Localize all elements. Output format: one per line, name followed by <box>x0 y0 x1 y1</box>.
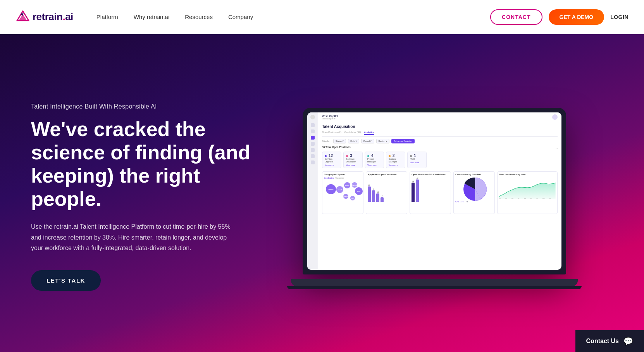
tab-candidates[interactable]: Candidates (34) <box>344 130 361 135</box>
pie-svg <box>463 178 487 201</box>
bar-chart-vs: 34 42 <box>412 177 449 202</box>
nav-why[interactable]: Why retrain.ai <box>134 14 170 20</box>
geo-cand: Candidates <box>324 177 334 179</box>
screen-avatar <box>552 114 558 120</box>
vs-group-2: 42 <box>416 177 419 202</box>
sidebar-icon-2 <box>311 129 315 133</box>
filter-region[interactable]: Region ∨ <box>376 139 390 143</box>
bar-group-3: 14 <box>376 191 379 202</box>
chart-app-title: Application per Candidate <box>368 173 405 176</box>
screen-page-title: Talent Acquisition <box>322 124 558 129</box>
chart-newcand-title: New candidates by date <box>499 173 556 176</box>
positions-nav: ‹ › <box>556 147 558 149</box>
contact-us-widget[interactable]: Contact Us 💬 <box>575 330 644 352</box>
pos-dot-5 <box>410 155 412 157</box>
svg-text:Jan: Jan <box>499 198 501 199</box>
pos-link-2[interactable]: View more <box>346 164 360 166</box>
hero-title: We've cracked the science of finding (an… <box>31 118 256 211</box>
contact-button[interactable]: CONTACT <box>490 9 542 25</box>
geo-bubble-brazil: Brazil <box>344 182 350 188</box>
positions-header: 38 Total Open Positions <box>322 146 351 148</box>
logo-icon <box>15 10 30 24</box>
chart-gender-title: Candidates by Genders <box>455 173 493 176</box>
tab-positions[interactable]: Open Positions (7) <box>322 130 341 135</box>
chart-vs: Open Positions VS Candidates 34 42 <box>410 171 451 214</box>
svg-text:Dec: Dec <box>549 198 551 199</box>
svg-text:Jun: Jun <box>530 198 532 199</box>
geo-bubble-germany: Germany <box>343 194 348 199</box>
position-software: 3 SoftwareDeveloper View more <box>343 152 363 168</box>
gender-legend: 62% 31% 7% <box>455 201 493 203</box>
legend-female: 62% <box>455 201 459 203</box>
bar-group-1: 23 <box>368 184 371 202</box>
pos-link-4[interactable]: View more <box>389 164 403 166</box>
geo-legend: Candidates Vacancies <box>324 177 362 179</box>
bar-group-4: 7 <box>381 195 384 202</box>
screen-header-actions <box>552 114 558 120</box>
screen-brand-sub: Innovating in HR <box>322 117 338 120</box>
filter-role[interactable]: Role ∨ <box>348 139 359 143</box>
line-svg: Jan Feb Mar Apr May Jun Jul Aug <box>499 177 556 202</box>
pos-link-5[interactable]: View more <box>410 161 424 164</box>
positions-grid: 12 DevOpsEngineer View more 3 SoftwareDe… <box>322 152 558 168</box>
pos-link-3[interactable]: View more <box>367 164 381 166</box>
pos-num-3: 4 <box>371 154 374 158</box>
hero-content: Talent Intelligence Built With Responsib… <box>31 103 256 291</box>
logo[interactable]: retrain.ai <box>15 10 73 24</box>
chart-app: Application per Candidate 23 18 <box>366 171 407 214</box>
hero-section: Talent Intelligence Built With Responsib… <box>0 34 644 352</box>
sidebar-icon-close <box>310 115 315 119</box>
positions-header-row: 38 Total Open Positions ‹ › <box>322 146 558 150</box>
svg-text:Aug: Aug <box>543 198 545 199</box>
position-content: 2 ContentManager View more <box>386 152 405 168</box>
geo-bubble-canada: Canada <box>352 182 357 188</box>
screen-brand-block: Wise Capital Innovating in HR <box>322 115 338 120</box>
chart-newcand: New candidates by date <box>497 171 558 214</box>
chart-geo-title: Geographic Spread <box>324 173 362 176</box>
nav-resources[interactable]: Resources <box>185 14 213 20</box>
pos-label-3: Projectmanager <box>367 158 381 163</box>
bar-3 <box>376 193 379 202</box>
pos-label-1: DevOpsEngineer <box>325 158 339 163</box>
pos-label-5: PMO <box>410 158 424 160</box>
screen-sidebar <box>307 112 318 270</box>
screen-header: Wise Capital Innovating in HR <box>318 112 561 122</box>
sidebar-icon-3 <box>311 136 315 140</box>
demo-button[interactable]: GET A DEMO <box>549 9 604 25</box>
pos-link-1[interactable]: View more <box>325 164 339 166</box>
tab-analytics[interactable]: Analytics <box>364 130 374 135</box>
login-button[interactable]: LOGIN <box>610 14 629 20</box>
chat-icon: 💬 <box>623 336 633 346</box>
chart-gender: Candidates by Genders <box>453 171 495 214</box>
svg-text:Jul: Jul <box>536 198 538 199</box>
pos-num-5: 1 <box>414 154 416 158</box>
hero-visual: Wise Capital Innovating in HR Talent Acq… <box>256 108 613 286</box>
bar-4 <box>381 197 384 202</box>
nav-platform[interactable]: Platform <box>96 14 118 20</box>
filter-period[interactable]: Period ∨ <box>361 139 374 143</box>
geo-vac: Vacancies <box>335 177 344 179</box>
navbar: retrain.ai Platform Why retrain.ai Resou… <box>0 0 644 34</box>
screen-tabs: Open Positions (7) Candidates (34) Analy… <box>322 130 558 137</box>
pos-num-1: 12 <box>329 154 333 158</box>
pos-dot-1 <box>325 155 327 157</box>
pos-dot-4 <box>389 155 391 157</box>
laptop: Wise Capital Innovating in HR Talent Acq… <box>303 108 566 286</box>
geo-bubble-uk: UK <box>350 196 355 200</box>
pos-dot-3 <box>367 155 369 157</box>
screen-inner: Wise Capital Innovating in HR Talent Acq… <box>307 112 561 270</box>
geo-bubble-usa: USA <box>355 187 363 195</box>
screen-brand-name: Wise Capital <box>322 115 338 117</box>
logo-text: retrain.ai <box>33 11 73 23</box>
filter-status[interactable]: Status ∨ <box>333 139 346 143</box>
svg-text:Feb: Feb <box>505 198 507 199</box>
screen-main: Wise Capital Innovating in HR Talent Acq… <box>318 112 561 270</box>
geo-bubble-israel: Israel <box>336 186 343 193</box>
nav-company[interactable]: Company <box>228 14 253 20</box>
lets-talk-button[interactable]: LET'S TALK <box>31 270 101 291</box>
pos-label-2: SoftwareDeveloper <box>346 158 360 163</box>
bar-chart-app: 23 18 14 <box>368 177 405 202</box>
filter-advanced[interactable]: Advanced Analytics <box>391 139 415 143</box>
nav-actions: CONTACT GET A DEMO LOGIN <box>490 9 629 25</box>
nav-links: Platform Why retrain.ai Resources Compan… <box>96 14 490 20</box>
